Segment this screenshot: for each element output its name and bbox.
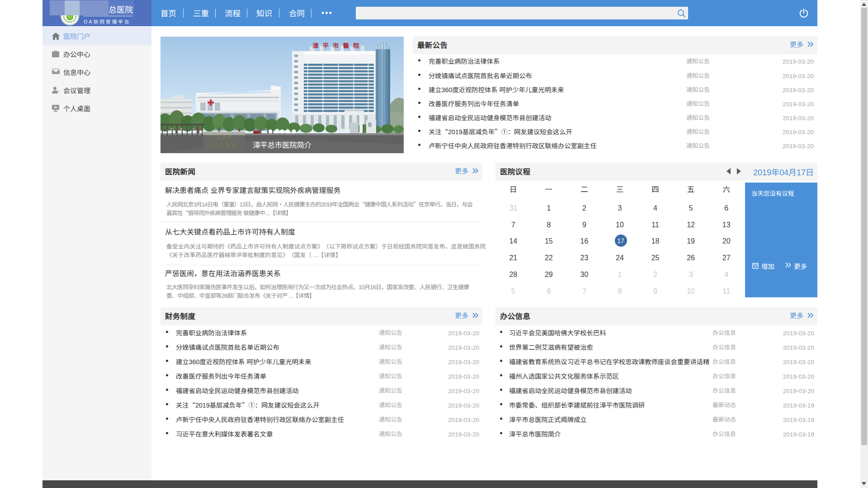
svg-text:漳平市醫院: 漳平市醫院 [312,41,363,50]
svg-text:漳平总市医院简介: 漳平总市医院简介 [253,139,311,150]
